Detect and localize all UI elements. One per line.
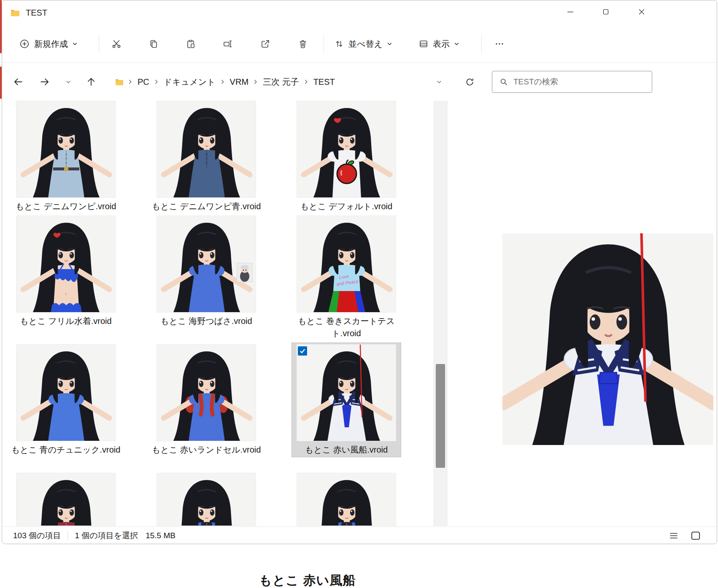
refresh-button[interactable]: [461, 76, 478, 88]
item-count: 103 個の項目: [13, 530, 61, 541]
minimize-button[interactable]: [557, 2, 583, 22]
search-box: [492, 71, 652, 93]
folder-icon: [10, 7, 21, 18]
up-arrow-icon: [86, 76, 97, 87]
file-item[interactable]: [157, 101, 256, 198]
thumbnail-view-icon: [690, 530, 701, 541]
file-name-label: もとこ 青のチュニック.vroid: [9, 444, 122, 456]
breadcrumb: PCドキュメントVRM三次 元子TEST: [127, 75, 339, 89]
view-icon: [418, 39, 429, 49]
chevron-down-icon: [387, 41, 392, 47]
view-button[interactable]: 表示: [413, 32, 464, 55]
background-window-text: もとこ 赤い風船: [259, 572, 356, 588]
breadcrumb-chevron-icon: [154, 79, 159, 85]
command-bar: 新規作成 並: [2, 25, 717, 63]
breadcrumb-item[interactable]: TEST: [310, 76, 339, 89]
back-button[interactable]: [8, 72, 28, 92]
file-item[interactable]: [16, 473, 116, 526]
character-thumbnail: [16, 216, 116, 313]
search-input[interactable]: [513, 77, 640, 86]
character-thumbnail: [16, 101, 116, 198]
plus-circle-icon: [19, 38, 30, 49]
history-dropdown-button[interactable]: [61, 72, 76, 92]
forward-button[interactable]: [35, 72, 54, 92]
up-button[interactable]: [81, 72, 101, 92]
breadcrumb-chevron-icon: [127, 79, 133, 85]
file-item[interactable]: [16, 216, 116, 313]
file-name-label: もとこ デニムワンピ.vroid: [9, 200, 122, 213]
maximize-icon: [601, 7, 610, 16]
preview-image: [502, 233, 713, 445]
file-item[interactable]: [297, 344, 396, 441]
breadcrumb-chevron-icon: [253, 79, 259, 85]
file-item[interactable]: [16, 344, 116, 441]
file-item[interactable]: [157, 344, 256, 441]
new-button-label: 新規作成: [34, 38, 68, 50]
chevron-down-icon: [72, 41, 78, 47]
character-thumbnail: [157, 473, 256, 526]
scrollbar-thumb[interactable]: [436, 364, 445, 468]
character-thumbnail: [297, 473, 396, 526]
selection-checkbox[interactable]: [297, 346, 308, 356]
trash-icon: [298, 39, 308, 49]
address-bar[interactable]: PCドキュメントVRM三次 元子TEST: [108, 71, 483, 93]
sort-icon: [334, 39, 344, 49]
character-thumbnail: [297, 345, 396, 441]
file-name-label: もとこ 海野つばさ.vroid: [150, 315, 263, 327]
character-thumbnail: [16, 345, 116, 441]
paste-icon: [186, 39, 196, 49]
paste-button[interactable]: [179, 32, 202, 55]
toolbar-divider: [481, 35, 482, 53]
statusbar-divider: [67, 531, 68, 540]
character-thumbnail: [157, 101, 256, 198]
status-bar: 103 個の項目 1 個の項目を選択 15.5 MB: [2, 526, 717, 544]
view-button-label: 表示: [433, 38, 450, 50]
linked-character-badge: [237, 263, 253, 282]
file-item[interactable]: [297, 101, 396, 198]
file-item[interactable]: Loveand Peace: [297, 216, 396, 313]
copy-icon: [148, 39, 159, 49]
sort-button[interactable]: 並べ替え: [329, 32, 397, 55]
check-icon: [299, 348, 306, 354]
scrollbar[interactable]: [433, 101, 448, 526]
breadcrumb-item[interactable]: 三次 元子: [259, 75, 303, 89]
copy-button[interactable]: [142, 32, 165, 55]
file-item[interactable]: [16, 101, 116, 198]
refresh-icon: [465, 77, 475, 87]
file-name-label: もとこ 赤いランドセル.vroid: [150, 444, 263, 456]
toolbar-divider: [324, 35, 324, 53]
maximize-button[interactable]: [593, 2, 619, 22]
share-button[interactable]: [254, 32, 277, 55]
file-name-label: もとこ 巻きスカートテスト.vroid: [290, 315, 403, 340]
breadcrumb-chevron-icon: [220, 79, 226, 85]
back-arrow-icon: [13, 76, 24, 87]
rename-icon: [223, 39, 233, 49]
selection-info: 1 個の項目を選択: [75, 530, 138, 541]
thumbnail-view-button[interactable]: [686, 529, 705, 543]
file-item[interactable]: [157, 473, 256, 526]
chevron-down-icon: [454, 41, 459, 47]
toolbar-divider: [99, 35, 99, 53]
search-icon: [499, 77, 508, 86]
sort-button-label: 並べ替え: [348, 38, 383, 50]
file-item[interactable]: [297, 473, 396, 526]
breadcrumb-item[interactable]: VRM: [226, 76, 252, 89]
file-name-label: もとこ デフォルト.vroid: [290, 200, 403, 213]
delete-button[interactable]: [291, 32, 315, 55]
address-dropdown-button[interactable]: [431, 76, 448, 87]
explorer-window: TEST 新規作成: [2, 0, 717, 544]
rename-button[interactable]: [216, 32, 240, 55]
chevron-down-icon: [436, 78, 443, 85]
cut-button[interactable]: [105, 32, 128, 55]
window-title: TEST: [26, 8, 47, 18]
more-button[interactable]: [488, 32, 511, 55]
details-view-button[interactable]: [664, 529, 683, 543]
character-thumbnail: [157, 345, 256, 441]
folder-icon: [114, 77, 124, 87]
new-button[interactable]: 新規作成: [14, 32, 83, 55]
character-thumbnail: [16, 473, 116, 526]
close-button[interactable]: [629, 2, 655, 22]
file-name-label: もとこ フリル水着.vroid: [9, 315, 122, 327]
breadcrumb-item[interactable]: PC: [134, 76, 153, 89]
breadcrumb-item[interactable]: ドキュメント: [160, 75, 219, 89]
